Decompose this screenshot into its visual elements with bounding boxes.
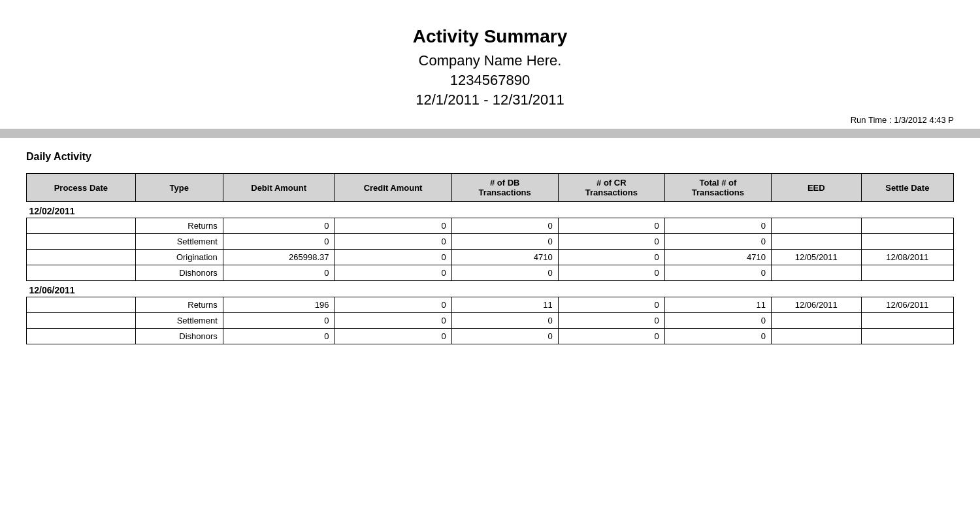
table-header-row: Process Date Type Debit Amount Credit Am… xyxy=(27,174,954,202)
col-credit-amount: Credit Amount xyxy=(335,174,451,202)
account-number: 1234567890 xyxy=(26,72,954,89)
table-date-group-row: 12/06/2011 xyxy=(27,281,954,297)
table-row: Dishonors00000 xyxy=(27,329,954,344)
report-title: Activity Summary xyxy=(26,26,954,47)
col-eed: EED xyxy=(771,174,861,202)
table-row: Dishonors00000 xyxy=(27,265,954,281)
date-range: 12/1/2011 - 12/31/2011 xyxy=(26,91,954,108)
table-row: Returns19601101112/06/201112/06/2011 xyxy=(27,297,954,313)
activity-table: Process Date Type Debit Amount Credit Am… xyxy=(26,173,954,344)
divider xyxy=(0,129,980,138)
company-name: Company Name Here. xyxy=(26,52,954,69)
table-row: Origination265998.37047100471012/05/2011… xyxy=(27,250,954,265)
daily-activity-title: Daily Activity xyxy=(26,151,954,163)
table-row: Settlement00000 xyxy=(27,234,954,250)
report-header: Activity Summary Company Name Here. 1234… xyxy=(26,26,954,108)
table-row: Returns00000 xyxy=(27,218,954,234)
col-process-date: Process Date xyxy=(27,174,136,202)
table-row: Settlement00000 xyxy=(27,313,954,329)
col-debit-amount: Debit Amount xyxy=(223,174,335,202)
col-total-transactions: Total # ofTransactions xyxy=(664,174,771,202)
table-date-group-row: 12/02/2011 xyxy=(27,202,954,218)
col-settle-date: Settle Date xyxy=(861,174,953,202)
page-container: Activity Summary Company Name Here. 1234… xyxy=(0,0,980,344)
col-type: Type xyxy=(135,174,223,202)
run-time: Run Time : 1/3/2012 4:43 P xyxy=(26,115,954,125)
col-db-transactions: # of DBTransactions xyxy=(451,174,558,202)
col-cr-transactions: # of CRTransactions xyxy=(558,174,664,202)
